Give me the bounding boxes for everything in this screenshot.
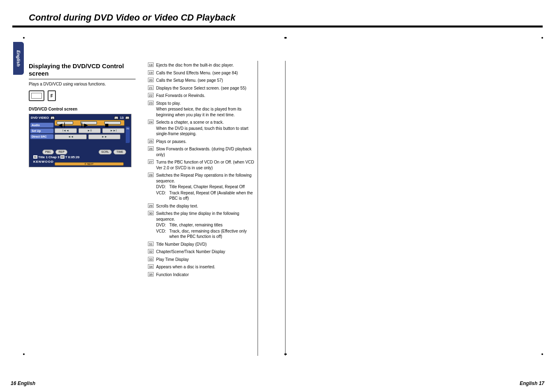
- sub-key: DVD:: [156, 222, 168, 228]
- figure-direct-src-button: Direct SRC: [30, 134, 54, 139]
- description-item-text: Selects a chapter, a scene or a track.: [156, 120, 255, 125]
- description-item: 19Calls the Sound Effects Menu. (see pag…: [148, 70, 255, 76]
- description-item-text: Chapter/Scene/Track Number Display: [156, 249, 255, 255]
- figure-top-button-band: ◄I I► ■: [55, 120, 124, 126]
- column-divider-2: [285, 61, 286, 356]
- description-item-number: 34: [148, 264, 154, 269]
- dvd-vcd-control-screen-figure: DVD VIDEO 30 32 13 33 Audio Set Up Direc…: [29, 114, 131, 167]
- description-item-number: 28: [148, 173, 154, 177]
- screenshot-caption: DVD/VCD Control screen: [29, 107, 136, 111]
- figure-pbc-pill: PBC: [42, 150, 54, 154]
- page-title: Control during DVD Video or Video CD Pla…: [29, 12, 543, 23]
- footer-right-page: English 17: [520, 380, 544, 386]
- crop-mark-bottom-left-spread: [23, 353, 286, 356]
- description-item-body: Slow Forwards or Backwards. (during DVD …: [156, 146, 255, 157]
- description-item-number: 18: [148, 62, 154, 67]
- description-item: 28Switches the Repeat Play operations in…: [148, 173, 255, 201]
- figure-time-pill: TIME: [113, 150, 126, 154]
- description-item-text: Switches the Repeat Play operations in t…: [156, 173, 255, 184]
- description-item: 35Function Indicator: [148, 272, 255, 278]
- description-item: 21Displays the Source Select screen. (se…: [148, 85, 255, 91]
- sub-key: VCD:: [156, 190, 168, 201]
- description-item-subline: DVD:Title, chapter, remaining titles: [156, 222, 255, 228]
- description-item-subline: DVD:Title Repeat, Chapter Repeat, Repeat…: [156, 184, 255, 190]
- figure-transport-btn: ◄I: [57, 121, 73, 125]
- crop-mark-top-right-spread: [285, 37, 543, 39]
- description-item: 23Stops to play.When pressed twice, the …: [148, 101, 255, 118]
- description-item-number: 27: [148, 159, 154, 164]
- figure-play-pause-button: ►II: [78, 128, 101, 133]
- title-divider: [12, 25, 543, 28]
- figure-rewind-button: ◄◄: [55, 134, 87, 139]
- figure-callout-33: 33: [125, 116, 129, 120]
- description-item-text: Title Number Display (DVD): [156, 242, 255, 247]
- description-item: 30Switches the play time display in the …: [148, 211, 255, 240]
- description-item-number: 29: [148, 203, 154, 208]
- description-item-text: Displays the Source Select screen. (see …: [156, 85, 255, 91]
- description-item-text: Appears when a disc is inserted.: [156, 264, 255, 270]
- figure-title-label: DVD VIDEO: [31, 116, 49, 120]
- description-item-text: Switches the play time display in the fo…: [156, 211, 255, 222]
- description-item-text: Scrolls the display text.: [156, 203, 255, 209]
- description-item: 29Scrolls the display text.: [148, 203, 255, 209]
- sub-key: DVD:: [156, 184, 168, 190]
- description-item-body: Displays the Source Select screen. (see …: [156, 85, 255, 91]
- sub-value: Title Repeat, Chapter Repeat, Repeat Off: [169, 184, 244, 190]
- description-item: 33Play Time Display: [148, 257, 255, 263]
- description-item-text: Calls the Setup Menu. (see page 57): [156, 78, 255, 83]
- figure-in-indicator: IN: [126, 127, 130, 143]
- figure-callout-31: 31: [33, 155, 37, 159]
- sub-value: Title, chapter, remaining titles: [169, 222, 223, 228]
- figure-play-time: T 0:05:20: [65, 155, 80, 160]
- screen-icon: [29, 90, 44, 101]
- description-item-text: Ejects the disc from the built-in disc p…: [156, 62, 255, 68]
- description-item-body: Plays or pauses.: [156, 139, 255, 145]
- description-item: 20Calls the Setup Menu. (see page 57): [148, 78, 255, 83]
- figure-audio-button: Audio: [30, 122, 54, 128]
- description-item-text: Calls the Sound Effects Menu. (see page …: [156, 70, 255, 76]
- section-header: Displaying the DVD/VCD Control screen: [29, 62, 136, 79]
- figure-fnext-band: F NEXT: [55, 162, 124, 166]
- description-item-text: Play Time Display: [156, 257, 255, 263]
- description-item: 24Selects a chapter, a scene or a track.…: [148, 120, 255, 137]
- description-item-body: Selects a chapter, a scene or a track.Wh…: [156, 120, 255, 137]
- description-item-number: 30: [148, 211, 154, 215]
- description-item-text: Turns the PBC function of VCD On or Off.…: [156, 159, 255, 171]
- description-item-text: Stops to play.: [156, 101, 255, 106]
- description-item: 27Turns the PBC function of VCD On or Of…: [148, 159, 255, 171]
- figure-setup-button: Set Up: [30, 128, 54, 134]
- description-item-body: Appears when a disc is inserted.: [156, 264, 255, 270]
- description-item: 22Fast Forwards or Rewinds.: [148, 93, 255, 99]
- description-item-body: Switches the play time display in the fo…: [156, 211, 255, 240]
- description-item: 25Plays or pauses.: [148, 139, 255, 145]
- description-item-body: Calls the Setup Menu. (see page 57): [156, 78, 255, 83]
- description-item: 18Ejects the disc from the built-in disc…: [148, 62, 255, 68]
- figure-display-number: 13: [120, 116, 124, 120]
- description-item-body: Play Time Display: [156, 257, 255, 263]
- language-tab: English: [13, 42, 24, 75]
- f-key-icon: F: [48, 90, 56, 101]
- description-item-subline: VCD:Track, disc, remaining discs (Effect…: [156, 228, 255, 240]
- description-item-number: 24: [148, 120, 154, 124]
- figure-callout-32: 32: [114, 116, 118, 120]
- description-item-number: 35: [148, 272, 154, 277]
- description-item-number: 23: [148, 101, 154, 105]
- sub-value: Track, disc, remaining discs (Effective …: [169, 228, 255, 240]
- description-item-text: Function Indicator: [156, 272, 255, 278]
- figure-title-number: Title 1: [38, 155, 48, 160]
- crop-mark-bottom-right-spread: [285, 353, 543, 356]
- figure-prev-chapter-button: I◄◄: [55, 128, 77, 133]
- description-item-body: Title Number Display (DVD): [156, 242, 255, 247]
- description-item-text: Fast Forwards or Rewinds.: [156, 93, 255, 99]
- description-item-number: 31: [148, 242, 154, 246]
- description-item-text: Plays or pauses.: [156, 139, 255, 145]
- figure-transport-btn: ■: [104, 121, 121, 125]
- description-item-body: Turns the PBC function of VCD On or Off.…: [156, 159, 255, 171]
- figure-next-chapter-button: ►►I: [102, 128, 124, 133]
- figure-forward-button: ►►: [88, 134, 120, 139]
- language-tab-label: English: [16, 50, 21, 67]
- description-item-extra: When the DVD is paused, touch this butto…: [156, 126, 255, 137]
- figure-chapter-number: Chap 3: [48, 155, 60, 160]
- description-item-body: Scrolls the display text.: [156, 203, 255, 209]
- figure-rep-pill: REP: [55, 150, 67, 154]
